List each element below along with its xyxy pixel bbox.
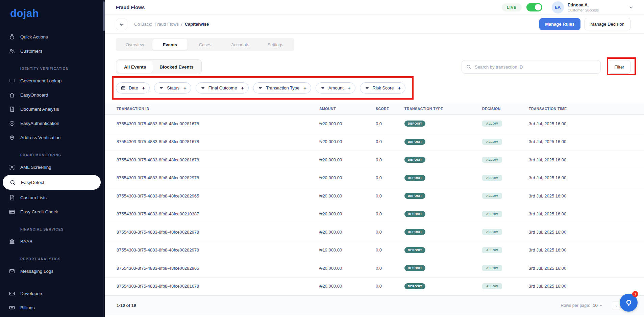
table-row[interactable]: 87554303-3f75-4883-8fb8-48fce00282978 ₦1… <box>105 241 644 260</box>
chevron-down-icon <box>599 303 603 308</box>
table-row[interactable]: 87554303-3f75-4883-8fb8-48fce00210387 ₦2… <box>105 205 644 223</box>
tabs: Overview Events Cases Accounts Settings <box>116 38 294 51</box>
tab-cases[interactable]: Cases <box>188 39 223 50</box>
view-details-button[interactable] <box>622 282 631 291</box>
column-header-amount: AMOUNT <box>319 107 376 111</box>
decision-badge: ALLOW <box>482 283 502 289</box>
transaction-type-badge: DEPOSIT <box>404 211 425 217</box>
previous-page-button[interactable]: ‹ <box>612 301 621 310</box>
cell-amount: ₦19,000.00 <box>319 247 376 253</box>
table-body: 87554303-3f75-4883-8fb8-48fce00281678 ₦2… <box>105 115 644 295</box>
table-row[interactable]: 87554303-3f75-4883-8fb8-48fce00282965 ₦2… <box>105 259 644 278</box>
view-details-button[interactable] <box>622 119 631 128</box>
sidebar-item-baas[interactable]: BAAS <box>0 234 105 248</box>
segment-blocked-events[interactable]: Blocked Events <box>153 61 200 73</box>
sidebar-item-developers[interactable]: Developers <box>0 286 105 300</box>
sidebar-item-billings[interactable]: Billings <box>0 300 105 315</box>
view-details-button[interactable] <box>622 155 631 164</box>
page-title: Fraud Flows <box>116 5 502 10</box>
sidebar-item-quick-actions[interactable]: Quick Actions <box>0 30 105 44</box>
view-details-button[interactable] <box>622 210 631 218</box>
decision-badge: ALLOW <box>482 247 502 253</box>
search-input[interactable] <box>475 64 596 70</box>
sidebar-item-easyonboard[interactable]: EasyOnboard <box>0 88 105 102</box>
manage-decision-button[interactable]: Manage Decision <box>585 18 630 30</box>
column-header-score: SCORE <box>376 107 404 111</box>
cell-decision: ALLOW <box>482 121 529 127</box>
tab-settings[interactable]: Settings <box>258 39 293 50</box>
transaction-type-badge: DEPOSIT <box>404 139 425 145</box>
view-details-button[interactable] <box>622 246 631 255</box>
avatar[interactable]: EA <box>552 1 564 14</box>
cell-decision: ALLOW <box>482 193 529 199</box>
tab-accounts[interactable]: Accounts <box>223 39 258 50</box>
sidebar-item-label: Quick Actions <box>20 34 97 39</box>
segment-all-events[interactable]: All Events <box>117 61 153 73</box>
sidebar-item-easydetect[interactable]: EasyDetect <box>3 175 101 190</box>
column-header-decision: DECISION <box>482 107 529 111</box>
eye-icon <box>624 139 630 144</box>
sidebar-item-icon <box>9 106 15 112</box>
view-details-button[interactable] <box>622 137 631 146</box>
user-menu-chevron-icon[interactable] <box>628 5 634 10</box>
manage-rules-button[interactable]: Manage Rules <box>539 18 580 30</box>
sidebar-item-messaging-logs[interactable]: Messaging Logs <box>0 264 105 278</box>
sidebar-item-icon <box>9 152 15 158</box>
table-row[interactable]: 87554303-3f75-4883-8fb8-48fce00281678 ₦2… <box>105 115 644 133</box>
table-row[interactable]: 87554303-3f75-4883-8fb8-48fce00281678 ₦2… <box>105 278 644 296</box>
cell-transaction-time: 3rd Jul, 2025 16:00 <box>529 193 622 199</box>
rows-per-page-select[interactable]: 10 <box>593 303 603 308</box>
sidebar-item-easyauthentication[interactable]: EasyAuthentication <box>0 116 105 130</box>
eye-icon <box>624 193 630 199</box>
back-button[interactable] <box>116 19 127 30</box>
table-row[interactable]: 87554303-3f75-4883-8fb8-48fce00282978 ₦2… <box>105 169 644 187</box>
cell-transaction-id: 87554303-3f75-4883-8fb8-48fce00282965 <box>117 266 319 271</box>
chevron-down-icon <box>92 121 97 126</box>
sidebar-item-icon <box>9 92 15 98</box>
sidebar-item-logs[interactable]: Logs <box>0 315 105 317</box>
sidebar-item-address-verification[interactable]: Address Verification <box>0 130 105 144</box>
tab-overview[interactable]: Overview <box>117 39 152 50</box>
view-details-button[interactable] <box>622 174 631 182</box>
view-details-button[interactable] <box>622 264 631 272</box>
dojah-logo: dojah <box>10 7 105 20</box>
cell-transaction-type: DEPOSIT <box>404 283 482 289</box>
cell-amount: ₦20,000.00 <box>319 193 376 199</box>
sidebar-item-document-analysis[interactable]: Document Analysis <box>0 102 105 116</box>
sidebar-item-custom-lists[interactable]: Custom Lists <box>0 190 105 205</box>
breadcrumb-parent[interactable]: Fraud Flows <box>154 22 179 27</box>
column-header-transaction-time: TRANSACTION TIME <box>529 107 622 111</box>
live-toggle[interactable] <box>526 3 542 11</box>
table-row[interactable]: 87554303-3f75-4883-8fb8-48fce00281678 ₦2… <box>105 151 644 169</box>
sidebar-item-icon <box>9 305 15 311</box>
sidebar-item-easy-credit-check[interactable]: Easy Credit Check <box>0 205 105 219</box>
sidebar-item-label: BAAS <box>20 239 92 244</box>
decision-badge: ALLOW <box>482 121 502 127</box>
user-name: Etinosa A. <box>568 2 599 7</box>
cell-transaction-id: 87554303-3f75-4883-8fb8-48fce00210387 <box>117 211 319 216</box>
sidebar-item-government-lookup[interactable]: Government Lookup <box>0 74 105 88</box>
cell-transaction-time: 3rd Jul, 2025 16:00 <box>529 230 622 235</box>
sidebar-item-label: Billings <box>20 305 92 310</box>
cell-transaction-type: DEPOSIT <box>404 265 482 271</box>
table-row[interactable]: 87554303-3f75-4883-8fb8-48fce00282978 ₦2… <box>105 223 644 241</box>
table-row[interactable]: 87554303-3f75-4883-8fb8-48fce00282965 ₦2… <box>105 187 644 205</box>
sidebar-section-label: IDENTITY VERIFICATION <box>0 63 105 74</box>
sidebar-item-icon <box>9 194 15 201</box>
tab-events[interactable]: Events <box>152 39 188 50</box>
view-details-button[interactable] <box>622 191 631 200</box>
decision-badge: ALLOW <box>482 265 502 271</box>
sidebar-item-label: Government Lookup <box>20 78 97 83</box>
cell-amount: ₦20,000.00 <box>319 121 376 126</box>
cell-transaction-type: DEPOSIT <box>404 247 482 253</box>
sidebar-item-icon <box>9 65 15 72</box>
table-row[interactable]: 87554303-3f75-4883-8fb8-48fce00281678 ₦2… <box>105 133 644 151</box>
chevron-down-icon <box>92 305 97 310</box>
cell-transaction-id: 87554303-3f75-4883-8fb8-48fce00282978 <box>117 247 319 253</box>
view-details-button[interactable] <box>622 228 631 236</box>
column-header-transaction-id: TRANSACTION ID <box>117 107 319 111</box>
user-role: Customer Success <box>568 8 599 12</box>
sidebar-item-customers[interactable]: Customers <box>0 44 105 58</box>
sidebar-item-label: Customers <box>20 49 92 54</box>
sidebar-item-aml-screening[interactable]: AML Screening <box>0 160 105 174</box>
